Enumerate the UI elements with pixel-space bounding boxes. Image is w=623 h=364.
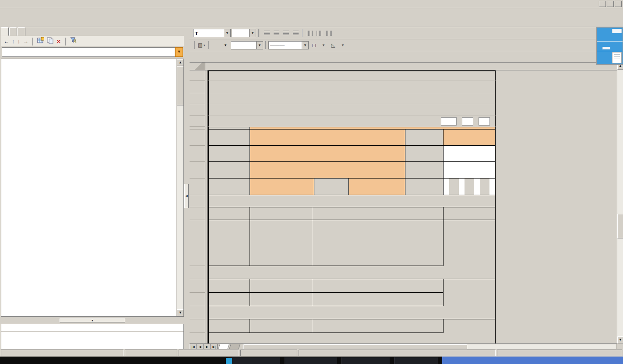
collapse-left-icon[interactable]: ◀ — [184, 184, 189, 208]
sheet-scrollbar[interactable]: ▲ ▼ — [617, 63, 623, 343]
dropdown-arrow-icon[interactable]: ▼ — [256, 42, 263, 49]
taskbar-window[interactable] — [442, 357, 623, 364]
filter-icon[interactable] — [70, 37, 77, 46]
align-justify-icon[interactable] — [291, 29, 300, 37]
select-all-corner[interactable] — [190, 63, 205, 70]
horizontal-splitter[interactable]: ▼ — [1, 318, 184, 323]
clause-cell[interactable] — [209, 319, 250, 333]
row-header[interactable] — [190, 266, 205, 279]
row-header[interactable] — [190, 70, 205, 81]
line-style-select[interactable]: ——— ▼ — [268, 41, 309, 49]
separator — [208, 41, 209, 49]
separator — [32, 38, 33, 46]
taskbar-item[interactable] — [226, 358, 232, 364]
delete-icon[interactable]: ✕ — [56, 38, 61, 46]
tab-recycle-bin[interactable] — [9, 27, 17, 36]
time-day-cell[interactable] — [479, 117, 490, 126]
item-cell[interactable] — [250, 220, 312, 266]
align-left-icon[interactable] — [262, 29, 271, 37]
border-box-icon[interactable]: ◻ — [310, 41, 318, 49]
copy-sheet-icon[interactable] — [47, 37, 53, 46]
row-header[interactable] — [190, 333, 205, 343]
close-button[interactable] — [615, 1, 622, 7]
diagonal-box-icon[interactable]: ◺ — [329, 41, 338, 49]
maximize-button[interactable] — [607, 1, 614, 7]
nav-forward-icon[interactable]: → — [23, 38, 28, 46]
row-header[interactable] — [190, 104, 205, 116]
scroll-up-icon[interactable]: ▲ — [177, 59, 184, 66]
vertical-splitter[interactable]: ◀ — [184, 27, 190, 349]
dropdown-arrow-icon[interactable]: ▼ — [224, 29, 230, 37]
dropdown-arrow-icon[interactable]: ▼ — [302, 42, 308, 49]
dropdown-arrow-icon[interactable]: ▼ — [249, 29, 256, 37]
time-year-cell[interactable] — [441, 117, 457, 126]
structure-type-cell[interactable] — [443, 130, 495, 146]
project-manager-cell[interactable] — [250, 178, 314, 195]
row-header[interactable] — [190, 146, 205, 162]
row-header[interactable] — [190, 130, 205, 146]
construction-unit-cell[interactable] — [250, 146, 405, 162]
content-cell[interactable] — [312, 220, 444, 266]
row-header[interactable] — [190, 279, 205, 293]
scroll-down-icon[interactable]: ▼ — [617, 336, 623, 343]
tab-table-catalog[interactable] — [1, 27, 9, 36]
project-name-cell[interactable] — [250, 130, 405, 146]
row-header[interactable] — [190, 306, 205, 319]
tech-lead-cell[interactable] — [349, 178, 406, 195]
distribute-icon-1[interactable] — [305, 29, 314, 37]
combobox-dropdown-icon[interactable]: ▼ — [175, 47, 183, 57]
diagonal-box-dropdown-icon[interactable]: ▼ — [338, 41, 347, 49]
row-header[interactable] — [190, 319, 205, 333]
scroll-down-icon[interactable]: ▼ — [177, 309, 184, 316]
clause-cell[interactable] — [209, 293, 250, 306]
row-header[interactable] — [190, 207, 205, 220]
content-cell[interactable] — [312, 293, 444, 306]
collapse-down-icon[interactable]: ▼ — [60, 318, 125, 322]
content-cell[interactable] — [312, 319, 444, 333]
zoom-select[interactable]: ▼ — [231, 41, 263, 49]
border-box-dropdown-icon[interactable]: ▼ — [319, 41, 328, 49]
row-header[interactable] — [190, 293, 205, 306]
add-sheet-icon[interactable] — [37, 37, 44, 46]
row-header[interactable] — [190, 93, 205, 104]
align-center-icon[interactable] — [272, 29, 281, 37]
item-cell[interactable] — [250, 319, 312, 333]
minimize-button[interactable] — [599, 1, 606, 7]
item-cell[interactable] — [250, 279, 312, 293]
row-header[interactable] — [190, 195, 205, 207]
distribute-icon-2[interactable] — [315, 29, 324, 37]
row-header[interactable] — [190, 178, 205, 195]
row-header[interactable] — [190, 162, 205, 178]
clause-cell[interactable] — [209, 220, 250, 266]
scroll-thumb[interactable] — [617, 214, 623, 238]
autosum-icon[interactable] — [211, 41, 220, 49]
nav-down-icon[interactable]: ↓ — [18, 38, 21, 46]
item-cell[interactable] — [250, 293, 312, 306]
scroll-thumb[interactable] — [177, 66, 184, 105]
inspected-part-cell[interactable] — [443, 146, 495, 162]
align-right-icon[interactable] — [282, 29, 290, 37]
responsible-person-cell[interactable] — [443, 162, 495, 178]
clause-cell[interactable] — [209, 279, 250, 293]
catalog-tree: ▲ ▼ — [1, 59, 184, 317]
nav-back-icon[interactable]: ← — [4, 38, 9, 46]
template-combobox-value[interactable] — [2, 47, 175, 57]
content-cell[interactable] — [312, 279, 444, 293]
font-size-select[interactable]: ▼ — [232, 29, 256, 37]
scroll-thumb[interactable] — [243, 344, 467, 349]
fill-pattern-icon[interactable]: ▨▼ — [197, 41, 206, 49]
distribute-icon-3[interactable] — [324, 29, 333, 37]
font-name-select[interactable]: T ▼ — [193, 29, 231, 37]
template-combobox[interactable]: ▼ — [2, 47, 183, 57]
tree-scrollbar[interactable]: ▲ ▼ — [176, 59, 183, 316]
row-header[interactable] — [190, 116, 205, 127]
nav-up-icon[interactable]: ↑ — [12, 38, 15, 46]
row-header[interactable] — [190, 81, 205, 93]
row-header[interactable] — [190, 220, 205, 266]
builder-unit-cell[interactable] — [250, 162, 405, 178]
autosum-dropdown-icon[interactable]: ▼ — [221, 41, 230, 49]
tab-search-results[interactable] — [18, 27, 25, 36]
time-month-cell[interactable] — [462, 117, 473, 126]
start-date-cell[interactable] — [443, 178, 495, 195]
promo-popup[interactable] — [596, 27, 623, 65]
